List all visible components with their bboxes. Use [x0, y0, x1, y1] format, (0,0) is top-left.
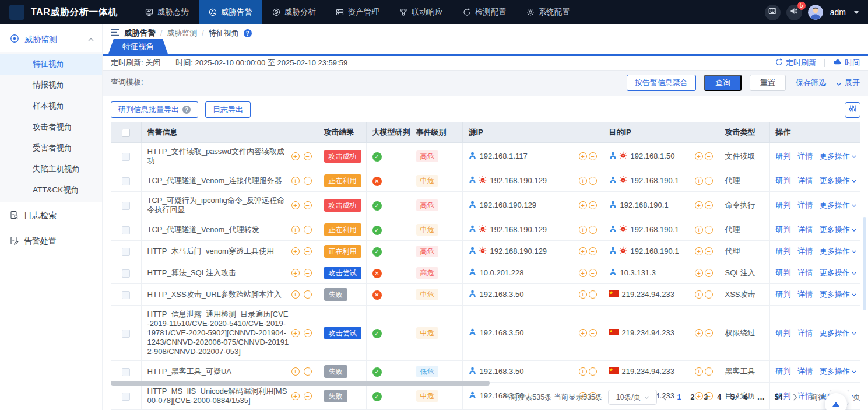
exclude-filter-icon[interactable]: −: [589, 367, 597, 376]
exclude-filter-icon[interactable]: −: [589, 177, 597, 185]
sidebar-sub-item[interactable]: ATT&CK视角: [0, 180, 102, 201]
source-ip[interactable]: 192.168.3.50: [480, 290, 524, 299]
nav-item-detect-config[interactable]: 检测配置: [453, 0, 516, 24]
add-filter-icon[interactable]: +: [291, 177, 300, 185]
source-ip[interactable]: 192.168.190.129: [480, 201, 537, 210]
exclude-filter-icon[interactable]: −: [705, 152, 713, 160]
username[interactable]: adm: [830, 8, 846, 17]
exclude-filter-icon[interactable]: −: [304, 226, 312, 234]
exclude-filter-icon[interactable]: −: [705, 247, 713, 255]
exclude-filter-icon[interactable]: −: [304, 247, 312, 255]
alert-title[interactable]: HTTP_算法_SQL注入攻击: [147, 268, 289, 278]
row-checkbox[interactable]: [122, 248, 130, 256]
add-filter-icon[interactable]: +: [579, 226, 587, 234]
nav-item-situation[interactable]: 威胁态势: [135, 0, 199, 24]
notifications-button[interactable]: 5: [786, 5, 802, 20]
exclude-filter-icon[interactable]: −: [705, 201, 713, 209]
more-actions-link[interactable]: 更多操作: [820, 290, 856, 299]
detail-action-link[interactable]: 详情: [797, 367, 813, 376]
select-all-checkbox[interactable]: [122, 129, 130, 137]
detail-action-link[interactable]: 详情: [797, 152, 813, 160]
log-export-button[interactable]: 日志导出: [205, 101, 251, 118]
timed-refresh-button[interactable]: 定时刷新: [775, 58, 816, 68]
judge-action-link[interactable]: 研判: [776, 201, 791, 209]
more-actions-link[interactable]: 更多操作: [820, 328, 856, 338]
more-actions-link[interactable]: 更多操作: [820, 367, 856, 376]
alert-title[interactable]: HTTP_信息泄露_通用检测_目录遍历[CVE-2019-11510/CVE-2…: [147, 310, 289, 356]
add-filter-icon[interactable]: +: [291, 329, 300, 337]
add-filter-icon[interactable]: +: [291, 201, 300, 209]
more-actions-link[interactable]: 更多操作: [820, 176, 856, 185]
detail-action-link[interactable]: 详情: [797, 176, 813, 185]
alert-title[interactable]: TCP_可疑行为_ipconfig命令_反弹远程命令执行回显: [147, 196, 289, 215]
row-checkbox[interactable]: [122, 202, 130, 210]
add-filter-icon[interactable]: +: [579, 201, 587, 209]
batch-export-button[interactable]: 研判信息批量导出 ?: [111, 101, 198, 118]
dest-ip[interactable]: 192.168.190.1: [620, 201, 669, 210]
horizontal-scrollbar[interactable]: [111, 381, 490, 386]
add-filter-icon[interactable]: +: [695, 367, 703, 376]
add-filter-icon[interactable]: +: [291, 367, 300, 376]
query-button[interactable]: 查询: [704, 75, 742, 91]
detail-action-link[interactable]: 详情: [797, 201, 813, 209]
exclude-filter-icon[interactable]: −: [304, 152, 312, 160]
exclude-filter-icon[interactable]: −: [589, 269, 597, 277]
collapse-menu-icon[interactable]: [111, 28, 120, 38]
exclude-filter-icon[interactable]: −: [304, 201, 312, 209]
add-filter-icon[interactable]: +: [695, 152, 703, 160]
nav-item-response[interactable]: 联动响应: [389, 0, 453, 24]
judge-action-link[interactable]: 研判: [776, 176, 791, 185]
judge-action-link[interactable]: 研判: [776, 247, 791, 255]
source-ip[interactable]: 10.0.201.228: [480, 268, 524, 278]
judge-action-link[interactable]: 研判: [776, 328, 791, 337]
add-filter-icon[interactable]: +: [291, 247, 300, 255]
sidebar-sub-item[interactable]: 样本视角: [0, 96, 102, 117]
next-page-button[interactable]: [793, 394, 797, 401]
add-filter-icon[interactable]: +: [579, 269, 587, 277]
exclude-filter-icon[interactable]: −: [304, 329, 312, 337]
sidebar-sub-item[interactable]: 失陷主机视角: [0, 159, 102, 180]
judge-action-link[interactable]: 研判: [776, 225, 791, 234]
add-filter-icon[interactable]: +: [695, 201, 703, 209]
vertical-scrollbar[interactable]: [863, 217, 866, 310]
exclude-filter-icon[interactable]: −: [589, 247, 597, 255]
add-filter-icon[interactable]: +: [695, 269, 703, 277]
row-checkbox[interactable]: [122, 226, 130, 234]
nav-item-analysis[interactable]: 威胁分析: [262, 0, 326, 24]
nav-item-alert[interactable]: 威胁告警: [199, 0, 262, 24]
more-actions-link[interactable]: 更多操作: [820, 225, 856, 234]
detail-action-link[interactable]: 详情: [797, 290, 813, 299]
avatar[interactable]: [808, 5, 823, 20]
source-ip[interactable]: 192.168.3.50: [480, 328, 524, 338]
dest-ip[interactable]: 192.168.190.1: [631, 176, 679, 185]
dest-ip[interactable]: 219.234.94.233: [622, 367, 674, 376]
page-number-1[interactable]: 1: [677, 393, 681, 401]
add-filter-icon[interactable]: +: [291, 269, 300, 277]
exclude-filter-icon[interactable]: −: [589, 329, 597, 337]
add-filter-icon[interactable]: +: [291, 290, 300, 299]
row-checkbox[interactable]: [122, 291, 130, 299]
page-size-select[interactable]: 10条/页: [608, 390, 657, 405]
add-filter-icon[interactable]: +: [579, 247, 587, 255]
detail-action-link[interactable]: 详情: [797, 225, 813, 234]
add-filter-icon[interactable]: +: [695, 247, 703, 255]
add-filter-icon[interactable]: +: [695, 226, 703, 234]
tab-feature-view[interactable]: 特征视角: [108, 39, 168, 54]
alert-title[interactable]: HTTP_木马后门_venom穿透工具使用: [147, 247, 289, 256]
sidebar-sub-item[interactable]: 特征视角: [0, 54, 102, 75]
alert-title[interactable]: TCP_代理隧道_Venom_代理转发: [147, 225, 289, 234]
row-checkbox[interactable]: [122, 269, 130, 278]
exclude-filter-icon[interactable]: −: [705, 269, 713, 277]
sidebar-sub-item[interactable]: 攻击者视角: [0, 117, 102, 138]
sidebar-sub-item[interactable]: 受害者视角: [0, 138, 102, 159]
detail-action-link[interactable]: 详情: [797, 247, 813, 255]
more-actions-link[interactable]: 更多操作: [820, 247, 856, 256]
dest-ip[interactable]: 192.168.190.1: [631, 247, 679, 256]
alert-title[interactable]: HTTP_XSS攻击_URL参数跨站脚本注入: [147, 290, 289, 299]
more-actions-link[interactable]: 更多操作: [820, 152, 856, 161]
judge-action-link[interactable]: 研判: [776, 367, 791, 376]
page-number-6[interactable]: 6: [744, 393, 748, 401]
nav-item-asset-mgmt[interactable]: 资产管理: [326, 0, 389, 24]
dest-ip[interactable]: 219.234.94.233: [622, 290, 674, 299]
add-filter-icon[interactable]: +: [579, 367, 587, 376]
